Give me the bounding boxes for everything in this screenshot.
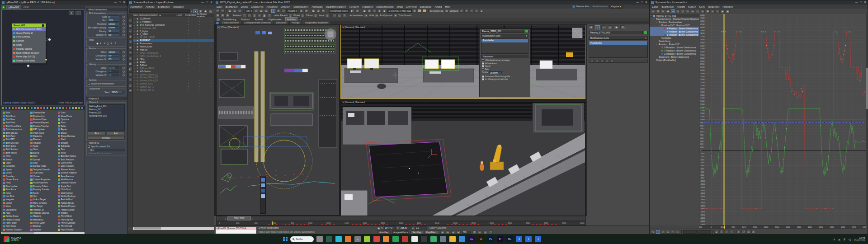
layer-row-WZ-Station[interactable]: ▸◉WZ-Station••• [133, 70, 214, 73]
display-as-box-dot[interactable]: • [211, 88, 211, 91]
scene-filter-icon-0[interactable]: ◐ [128, 18, 132, 22]
app-dark-icon[interactable] [421, 236, 427, 242]
scene-filter-icon-4[interactable]: ✦ [128, 40, 132, 44]
scene-filter-icon-10[interactable]: T [128, 72, 132, 76]
account-button[interactable]: Mehmet Kahr... [576, 5, 591, 8]
menu-rendern[interactable]: Rendern [349, 5, 359, 8]
mode-b-radio[interactable] [107, 42, 109, 45]
depot-op[interactable]: Relax [57, 125, 84, 128]
renderable-dot[interactable]: • [199, 79, 199, 82]
param-check-checkbox-1[interactable] [482, 62, 484, 65]
fillet-tool-icon[interactable]: ◠ [247, 14, 251, 17]
expand-arrow-icon[interactable]: ▸ [134, 61, 136, 63]
contacts-icon[interactable] [440, 236, 446, 242]
depot-op[interactable]: Birth Spline [1, 145, 29, 148]
retime-icon[interactable]: ≋ [691, 9, 695, 13]
scene-filter-icon-12[interactable]: ◻ [128, 83, 132, 87]
menu-ansichten[interactable]: Ansichten [267, 5, 278, 8]
start-button[interactable] [283, 237, 288, 241]
configure-modifier-icon[interactable] [610, 60, 613, 62]
renderable-dot[interactable]: • [199, 42, 199, 45]
depot-op[interactable]: Force [1, 191, 29, 194]
app-orange-icon[interactable] [383, 236, 389, 242]
visibility-eye-icon[interactable]: ◉ [137, 46, 139, 48]
birth-anim-icon-2[interactable] [123, 23, 125, 25]
depot-op[interactable]: Cluster [29, 174, 57, 178]
unlink-icon[interactable]: ⧈ [233, 9, 237, 13]
display-output-dot-yellow[interactable] [45, 59, 47, 61]
viewport-camera-bottom-label[interactable]: [+] [Kamera] [Standard] [342, 101, 365, 103]
birth-field-5[interactable]: 0,0 [108, 33, 119, 37]
cone-primitive-icon[interactable]: ◬ [459, 9, 463, 13]
visibility-eye-icon[interactable]: ◉ [137, 48, 139, 51]
extended-spline-icon-0[interactable]: ▯ [288, 14, 292, 17]
expand-arrow-icon[interactable]: ▸ [134, 76, 136, 79]
strip-icon-22[interactable] [71, 107, 74, 109]
position-spinner-2[interactable] [120, 58, 122, 61]
canvas-cache-indicator[interactable] [69, 11, 74, 15]
depot-op[interactable]: Flock [1, 181, 29, 184]
float-stack-item-punkthelfer[interactable]: Punkthelfer [481, 39, 528, 42]
scene-filter-icon-5[interactable]: ◈ [128, 45, 132, 49]
display-as-box-dot[interactable]: • [211, 67, 211, 70]
tangent-spline-icon[interactable]: ⌒ [656, 230, 660, 234]
position-anim-icon-2[interactable] [123, 58, 125, 61]
axis-y-constraint-icon[interactable]: ⊟ [221, 14, 225, 17]
depot-op[interactable]: Shell [57, 138, 84, 141]
visibility-eye-icon[interactable]: ◉ [137, 61, 139, 63]
velocity-spinner-1[interactable] [120, 70, 122, 73]
maxscript-listener-field[interactable] [216, 230, 256, 234]
display-as-box-dot[interactable]: • [211, 73, 211, 76]
strip-icon-8[interactable] [27, 107, 30, 109]
frozen-dot[interactable]: • [188, 67, 189, 70]
expand-arrow-icon[interactable]: ▸ [134, 46, 136, 48]
graph-vscrollbar[interactable] [866, 14, 868, 225]
viewport-camera-bottom[interactable]: [+] [Kamera] [Standard] [340, 100, 585, 216]
project-folder-field[interactable]: C:\Users\K...s Max 2022 [387, 9, 412, 13]
depot-op[interactable]: Birth Flow [1, 118, 29, 121]
expand-arrow-icon[interactable]: ▸ [134, 36, 136, 38]
depot-op[interactable]: Birth Intersections [1, 128, 29, 131]
float-parameter-rollout[interactable]: Parameter [481, 55, 528, 58]
viewport-top[interactable]: [+] [Oben] [Standard] [216, 25, 340, 216]
search-box[interactable]: Suche [290, 236, 314, 242]
depot-op[interactable]: Cloth Bind [57, 188, 84, 191]
layer-row-OP01_KombiCube[interactable]: ▸◉OP01_KombiCube••• [133, 51, 214, 54]
menu-keys[interactable]: Keys [699, 5, 704, 8]
menu-diagrammeditoren[interactable]: Diagrammeditoren [326, 5, 346, 8]
depot-op[interactable]: Mapping [29, 215, 57, 218]
frozen-dot[interactable]: • [188, 27, 189, 30]
snaps-toggle-icon[interactable]: ▦ [311, 9, 316, 13]
frozen-dot[interactable]: • [188, 39, 189, 42]
visibility-eye-icon[interactable]: ◉ [137, 55, 139, 57]
renderable-dot[interactable]: • [199, 76, 199, 79]
birth-anim-icon-1[interactable] [123, 19, 125, 22]
visibility-eye-icon[interactable]: ◉ [137, 58, 139, 60]
prev-key-icon[interactable]: ◂ [446, 230, 450, 234]
app-green-icon[interactable] [430, 236, 437, 242]
lock-explorer-icon[interactable]: ⊠ [198, 9, 203, 13]
visibility-eye-icon[interactable]: ◉ [137, 64, 139, 66]
menu-skripterstellung[interactable]: Skripterstellung [376, 5, 393, 8]
depot-op[interactable]: Particle Break [57, 202, 84, 205]
strip-icon-25[interactable] [81, 107, 84, 109]
menu-bearbeiten[interactable]: Bearbeiten [661, 5, 674, 8]
select-by-name-icon[interactable]: ▤ [259, 9, 263, 13]
strip-icon-20[interactable] [65, 107, 68, 109]
renderable-dot[interactable]: • [199, 17, 199, 20]
visibility-eye-icon[interactable]: ◉ [137, 76, 139, 79]
toggle-ribbon-icon[interactable]: ▥ [368, 9, 372, 13]
depot-op[interactable]: Point Force [1, 225, 29, 228]
z-coordinate-field[interactable]: 0,0 [415, 226, 427, 230]
display-as-box-dot[interactable]: • [211, 36, 211, 39]
strip-icon-11[interactable] [37, 107, 39, 109]
expand-arrow-icon[interactable]: ▸ [134, 64, 136, 66]
frozen-dot[interactable]: • [188, 73, 189, 76]
menu-modifikatoren[interactable]: Modifikatoren [293, 5, 308, 8]
depot-op[interactable]: Wobble [57, 211, 84, 215]
depot-op[interactable]: Position Icon [29, 114, 57, 117]
add-keys-icon[interactable]: ✚ [666, 9, 670, 13]
depot-op[interactable]: Convex Hull [57, 161, 84, 164]
frozen-dot[interactable]: • [188, 57, 189, 61]
axis-x-constraint-icon[interactable]: ⊞ [216, 14, 220, 17]
